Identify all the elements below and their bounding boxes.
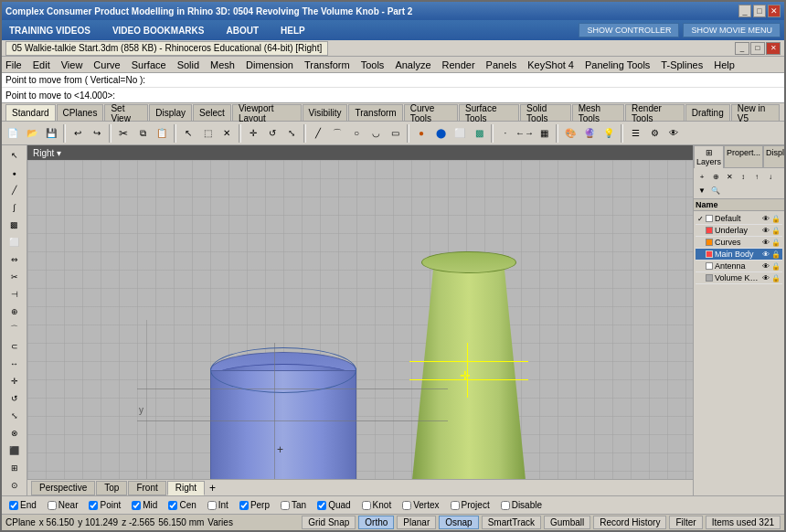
select-icon[interactable]: ↖ bbox=[179, 124, 197, 143]
menu-tools[interactable]: Tools bbox=[361, 59, 385, 70]
tab-solid-tools[interactable]: Solid Tools bbox=[520, 104, 571, 121]
snap-mid[interactable]: Mid bbox=[128, 499, 161, 511]
dim-icon[interactable]: ←→ bbox=[515, 124, 534, 143]
filter-button[interactable]: Filter bbox=[669, 516, 702, 529]
line-icon[interactable]: ╱ bbox=[309, 124, 327, 143]
layer-row-curves[interactable]: ✓ Curves 👁 🔒 bbox=[696, 237, 782, 249]
layer-delete-icon[interactable]: ✕ bbox=[723, 170, 736, 183]
tab-display[interactable]: Display bbox=[149, 104, 192, 121]
tab-top[interactable]: Top bbox=[96, 481, 127, 495]
layer-move-down-icon[interactable]: ↓ bbox=[764, 170, 777, 183]
lt-surface-icon[interactable]: ▩ bbox=[5, 217, 25, 233]
snap-knot[interactable]: Knot bbox=[358, 499, 396, 511]
menu-about[interactable]: ABOUT bbox=[222, 24, 262, 37]
menu-render[interactable]: Render bbox=[442, 59, 475, 70]
snap-tan[interactable]: Tan bbox=[277, 499, 310, 511]
tab-drafting[interactable]: Drafting bbox=[685, 104, 730, 121]
menu-transform[interactable]: Transform bbox=[304, 59, 350, 70]
tab-select[interactable]: Select bbox=[193, 104, 231, 121]
delete-icon[interactable]: ✕ bbox=[218, 124, 236, 143]
lt-snap-icon[interactable]: ⊙ bbox=[5, 477, 25, 494]
menu-tsplines[interactable]: T-Splines bbox=[661, 59, 703, 70]
layer-vis-underlay[interactable]: 👁 bbox=[762, 227, 770, 235]
redo-icon[interactable]: ↪ bbox=[88, 124, 106, 143]
new-file-icon[interactable]: 📄 bbox=[4, 124, 22, 143]
tab-transform[interactable]: Transform bbox=[348, 104, 402, 121]
viewport-label[interactable]: Right ▾ bbox=[27, 145, 693, 160]
lt-select-icon[interactable]: ↖ bbox=[5, 147, 25, 164]
layer-lock-volume-knob[interactable]: 🔒 bbox=[771, 274, 781, 282]
layer-color-default[interactable] bbox=[706, 215, 713, 222]
layer-color-antenna[interactable] bbox=[706, 262, 713, 270]
tab-viewport-layout[interactable]: Viewport Layout bbox=[232, 104, 302, 121]
menu-paneling[interactable]: Paneling Tools bbox=[585, 59, 650, 70]
tab-standard[interactable]: Standard bbox=[5, 104, 56, 121]
lt-move-icon[interactable]: ✛ bbox=[5, 373, 25, 389]
rect-icon[interactable]: ▭ bbox=[386, 124, 404, 143]
tab-surface-tools[interactable]: Surface Tools bbox=[459, 104, 519, 121]
menu-help[interactable]: HELP bbox=[277, 24, 309, 37]
circle-icon[interactable]: ○ bbox=[347, 124, 366, 143]
layer-vis-main-body[interactable]: 👁 bbox=[762, 250, 770, 259]
tab-visibility[interactable]: Visibility bbox=[303, 104, 348, 121]
snap-end[interactable]: End bbox=[5, 499, 40, 511]
show-controller-button[interactable]: SHOW CONTROLLER bbox=[579, 23, 679, 37]
lt-extend-icon[interactable]: ↔ bbox=[5, 356, 25, 372]
lt-trim-icon[interactable]: ✂ bbox=[5, 269, 25, 285]
lt-join-icon[interactable]: ⊕ bbox=[5, 303, 25, 320]
panel-tab-layers[interactable]: ⊞ Layers bbox=[694, 145, 724, 168]
planar-button[interactable]: Planar bbox=[397, 516, 436, 529]
snap-int[interactable]: Int bbox=[204, 499, 232, 511]
tab-mesh-tools[interactable]: Mesh Tools bbox=[572, 104, 624, 121]
layer-row-antenna[interactable]: ✓ Antenna 👁 🔒 bbox=[696, 261, 782, 272]
layer-row-volume-knob[interactable]: ✓ Volume Knob 👁 🔒 bbox=[696, 272, 782, 284]
layer-lock-default[interactable]: 🔒 bbox=[771, 215, 781, 223]
layer-sort-icon[interactable]: ↕ bbox=[737, 170, 749, 183]
layer-vis-default[interactable]: 👁 bbox=[762, 215, 770, 223]
save-icon[interactable]: 💾 bbox=[42, 124, 60, 143]
menu-curve[interactable]: Curve bbox=[93, 59, 120, 70]
layer-vis-antenna[interactable]: 👁 bbox=[762, 262, 770, 271]
lt-fillet-icon[interactable]: ⌒ bbox=[5, 321, 25, 337]
layer-move-up-icon[interactable]: ↑ bbox=[750, 170, 763, 183]
properties-icon[interactable]: ⚙ bbox=[645, 124, 664, 143]
menu-video-bookmarks[interactable]: VIDEO BOOKMARKS bbox=[109, 24, 208, 37]
show-movie-menu-button[interactable]: SHOW MOVIE MENU bbox=[683, 23, 781, 37]
tab-front[interactable]: Front bbox=[128, 481, 165, 495]
snap-cen[interactable]: Cen bbox=[165, 499, 199, 511]
open-icon[interactable]: 📂 bbox=[23, 124, 41, 143]
menu-edit[interactable]: Edit bbox=[33, 59, 50, 70]
lt-curve-icon[interactable]: ∫ bbox=[5, 199, 25, 216]
win-min-btn[interactable]: _ bbox=[735, 42, 749, 55]
layer-new-sub-icon[interactable]: ⊕ bbox=[709, 170, 722, 183]
tab-render-tools[interactable]: Render Tools bbox=[625, 104, 685, 121]
menu-training-videos[interactable]: TRAINING VIDEOS bbox=[5, 24, 94, 37]
menu-panels[interactable]: Panels bbox=[486, 59, 517, 70]
osnap-button[interactable]: Osnap bbox=[439, 516, 478, 529]
snap-point[interactable]: Point bbox=[85, 499, 124, 511]
command-line-2[interactable]: Point to move to <14.000>: bbox=[2, 88, 784, 102]
lt-rotate-icon[interactable]: ↺ bbox=[5, 390, 25, 407]
tab-cplanes[interactable]: CPlanes bbox=[57, 104, 104, 121]
smarttrack-button[interactable]: SmartTrack bbox=[482, 516, 541, 529]
record-history-button[interactable]: Record History bbox=[593, 516, 666, 529]
panel-tab-properties[interactable]: Propert... bbox=[724, 145, 763, 168]
rotate-icon[interactable]: ↺ bbox=[263, 124, 281, 143]
layer-lock-main-body[interactable]: 🔒 bbox=[771, 250, 781, 259]
tab-perspective[interactable]: Perspective bbox=[31, 481, 95, 495]
material-icon[interactable]: 🔮 bbox=[580, 124, 599, 143]
cut-icon[interactable]: ✂ bbox=[114, 124, 133, 143]
cylinder-icon[interactable]: ⬤ bbox=[431, 124, 450, 143]
arc-icon[interactable]: ◡ bbox=[366, 124, 385, 143]
minimize-button[interactable]: _ bbox=[738, 5, 751, 17]
snap-near[interactable]: Near bbox=[44, 499, 82, 511]
viewport-canvas[interactable]: y x bbox=[27, 160, 693, 479]
snap-vertex[interactable]: Vertex bbox=[398, 499, 442, 511]
win-close-btn[interactable]: ✕ bbox=[766, 42, 781, 55]
render-icon[interactable]: 🎨 bbox=[561, 124, 579, 143]
snap-disable[interactable]: Disable bbox=[497, 499, 546, 511]
layer-lock-underlay[interactable]: 🔒 bbox=[771, 227, 781, 235]
menu-dimension[interactable]: Dimension bbox=[246, 59, 293, 70]
layer-filter-icon[interactable]: ▼ bbox=[696, 184, 708, 197]
paste-icon[interactable]: 📋 bbox=[153, 124, 171, 143]
